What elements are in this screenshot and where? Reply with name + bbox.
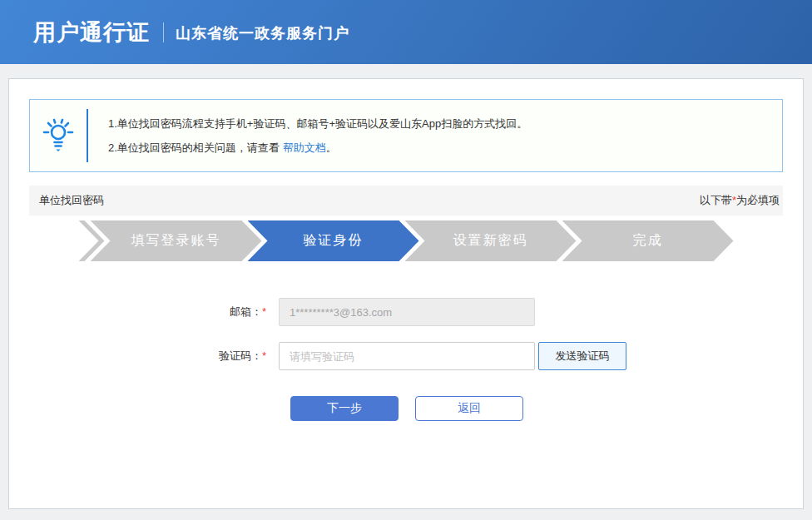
step-wizard: 填写登录账号 验证身份 设置新密码 完成: [29, 220, 783, 261]
page-header: 用户通行证 山东省统一政务服务门户: [0, 0, 812, 64]
back-button[interactable]: 返回: [415, 396, 523, 421]
code-label: 验证码：*: [154, 349, 279, 364]
portal-subtitle: 山东省统一政务服务门户: [176, 22, 349, 43]
email-row: 邮箱：*: [17, 298, 771, 326]
header-divider: [163, 22, 164, 42]
step-done: 完成: [562, 220, 734, 261]
code-required-star: *: [262, 349, 266, 362]
step-fill-account: 填写登录账号: [91, 220, 262, 261]
email-label: 邮箱：*: [154, 305, 279, 319]
code-input[interactable]: [279, 342, 535, 370]
required-note: 以下带*为必填项: [700, 193, 780, 208]
step-verify-identity: 验证身份: [248, 220, 419, 261]
email-field: [279, 298, 535, 326]
section-bar: 单位找回密码 以下带*为必填项: [29, 186, 783, 215]
notice-box: 1.单位找回密码流程支持手机+验证码、邮箱号+验证码以及爱山东App扫脸的方式找…: [29, 99, 783, 172]
buttons-row: 下一步 返回: [17, 396, 771, 421]
help-doc-link[interactable]: 帮助文档: [283, 141, 326, 154]
content-card: 1.单位找回密码流程支持手机+验证码、邮箱号+验证码以及爱山东App扫脸的方式找…: [8, 78, 804, 509]
lightbulb-icon: [30, 117, 87, 154]
code-row: 验证码：* 发送验证码: [17, 342, 771, 370]
send-code-button[interactable]: 发送验证码: [538, 342, 626, 370]
step-set-new-password: 设置新密码: [405, 220, 577, 261]
app-title: 用户通行证: [33, 17, 150, 47]
email-required-star: *: [262, 305, 266, 318]
notice-text: 1.单位找回密码流程支持手机+验证码、邮箱号+验证码以及爱山东App扫脸的方式找…: [88, 111, 527, 160]
next-step-button[interactable]: 下一步: [290, 396, 399, 421]
section-title: 单位找回密码: [39, 193, 104, 208]
notice-line-1: 1.单位找回密码流程支持手机+验证码、邮箱号+验证码以及爱山东App扫脸的方式找…: [108, 111, 527, 136]
notice-line-2: 2.单位找回密码的相关问题，请查看帮助文档。: [108, 136, 527, 160]
recover-form: 邮箱：* 验证码：* 发送验证码 下一步 返回: [17, 298, 771, 421]
